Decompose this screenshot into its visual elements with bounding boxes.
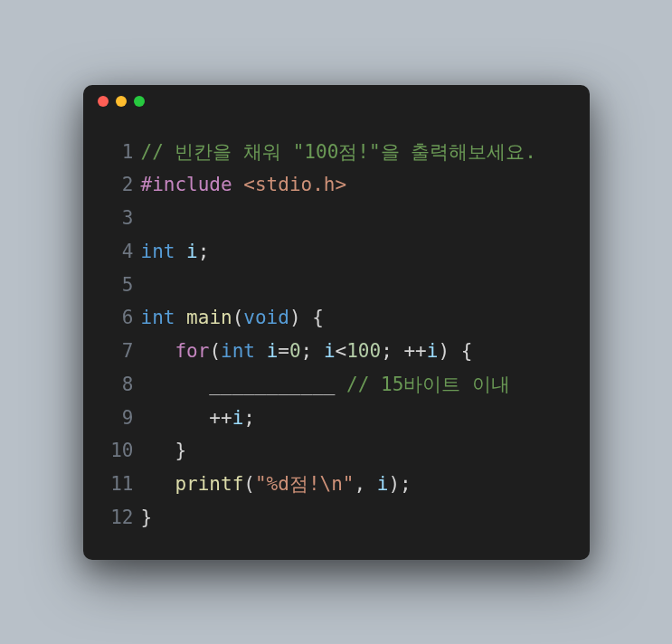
- token-type: int: [221, 340, 255, 362]
- token-plain: [141, 340, 175, 362]
- token-plain: ___________: [141, 374, 347, 395]
- token-ident: i: [232, 407, 244, 429]
- code-content: ++i;: [141, 402, 255, 435]
- token-type: void: [243, 307, 289, 328]
- code-content: // 빈칸을 채워 "100점!"을 출력해보세요.: [141, 136, 536, 169]
- line-number: 2: [105, 168, 134, 202]
- token-string: "%d점!\n": [255, 473, 355, 495]
- token-punct: (: [232, 307, 244, 328]
- code-line: 8 ___________ // 15바이트 이내: [105, 368, 568, 402]
- token-op: ++: [209, 407, 232, 429]
- line-number: 10: [105, 434, 134, 468]
- token-punct: (: [243, 473, 255, 495]
- token-plain: [255, 340, 267, 362]
- code-line: 2#include <stdio.h>: [105, 168, 568, 202]
- token-include-str: <stdio.h>: [243, 174, 346, 195]
- code-line: 10 }: [105, 434, 568, 468]
- token-punct: ;: [381, 340, 403, 362]
- code-line: 4int i;: [105, 235, 568, 269]
- token-punct: }: [141, 507, 153, 528]
- code-content: }: [141, 434, 187, 468]
- token-ident: i: [324, 340, 336, 362]
- code-content: }: [141, 501, 153, 535]
- code-content: int main(void) {: [141, 301, 324, 335]
- token-plain: [175, 307, 186, 328]
- code-line: 3: [105, 202, 568, 235]
- line-number: 11: [105, 468, 134, 501]
- token-op: =: [278, 340, 289, 362]
- code-line: 9 ++i;: [105, 402, 568, 435]
- token-number: 100: [346, 340, 381, 362]
- code-line: 6int main(void) {: [105, 301, 568, 335]
- line-number: 5: [105, 269, 134, 302]
- line-number: 7: [105, 335, 134, 368]
- token-type: int: [141, 307, 175, 328]
- token-punct: );: [388, 473, 411, 495]
- code-window: 1// 빈칸을 채워 "100점!"을 출력해보세요.2#include <st…: [83, 85, 590, 560]
- token-plain: [141, 440, 175, 461]
- window-titlebar: [83, 85, 590, 118]
- line-number: 4: [105, 235, 134, 269]
- token-op: ++: [403, 340, 426, 362]
- token-preproc: #include: [141, 174, 232, 195]
- token-func: printf: [175, 473, 243, 495]
- token-punct: ;: [243, 407, 255, 429]
- code-content: #include <stdio.h>: [141, 168, 347, 202]
- token-plain: [175, 241, 186, 262]
- code-line: 5: [105, 269, 568, 302]
- code-content: printf("%d점!\n", i);: [141, 468, 412, 501]
- code-content: for(int i=0; i<100; ++i) {: [141, 335, 473, 368]
- code-line: 11 printf("%d점!\n", i);: [105, 468, 568, 501]
- line-number: 12: [105, 501, 134, 535]
- token-punct: ) {: [289, 307, 324, 328]
- token-comment: // 15바이트 이내: [346, 374, 510, 395]
- token-op: <: [336, 340, 347, 362]
- code-content: int i;: [141, 235, 210, 269]
- line-number: 6: [105, 301, 134, 335]
- token-punct: ,: [354, 473, 376, 495]
- token-punct: (: [209, 340, 221, 362]
- token-type: int: [141, 241, 175, 262]
- token-keyword: for: [175, 340, 209, 362]
- token-ident: i: [267, 340, 279, 362]
- token-plain: [141, 473, 175, 495]
- token-plain: [141, 407, 210, 429]
- line-number: 8: [105, 368, 134, 402]
- maximize-icon[interactable]: [134, 96, 145, 107]
- line-number: 3: [105, 202, 134, 235]
- close-icon[interactable]: [98, 96, 109, 107]
- code-line: 1// 빈칸을 채워 "100점!"을 출력해보세요.: [105, 136, 568, 169]
- token-func: main: [186, 307, 232, 328]
- token-punct: ) {: [438, 340, 472, 362]
- token-number: 0: [289, 340, 301, 362]
- token-punct: }: [175, 440, 186, 461]
- line-number: 1: [105, 136, 134, 169]
- code-line: 7 for(int i=0; i<100; ++i) {: [105, 335, 568, 368]
- code-editor[interactable]: 1// 빈칸을 채워 "100점!"을 출력해보세요.2#include <st…: [83, 118, 590, 560]
- token-ident: i: [427, 340, 439, 362]
- token-comment: // 빈칸을 채워 "100점!"을 출력해보세요.: [141, 141, 536, 163]
- token-plain: [232, 174, 244, 195]
- token-punct: ;: [198, 241, 210, 262]
- code-content: ___________ // 15바이트 이내: [141, 368, 510, 402]
- minimize-icon[interactable]: [116, 96, 127, 107]
- token-ident: i: [377, 473, 389, 495]
- line-number: 9: [105, 402, 134, 435]
- token-ident: i: [186, 241, 198, 262]
- token-punct: ;: [301, 340, 324, 362]
- code-line: 12}: [105, 501, 568, 535]
